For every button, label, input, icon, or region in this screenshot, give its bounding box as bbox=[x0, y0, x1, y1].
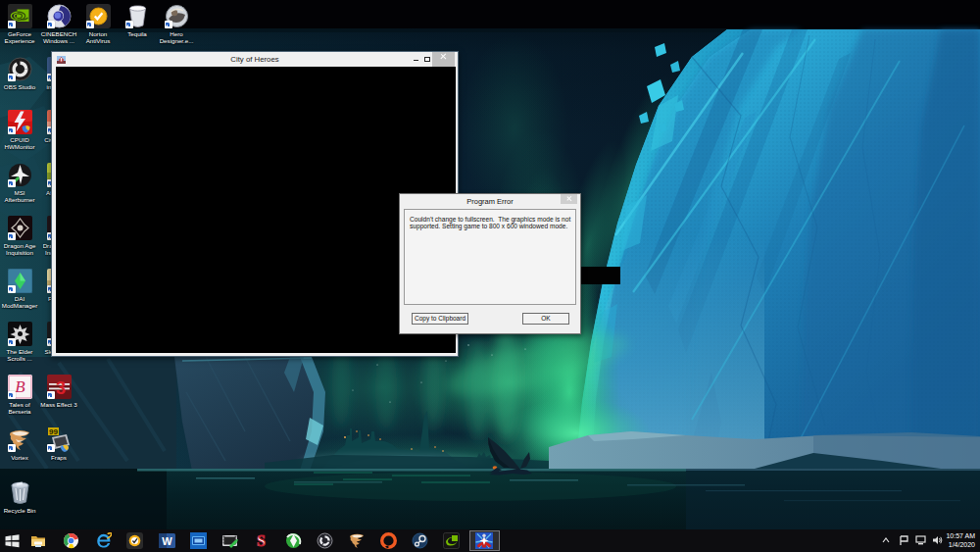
svg-text:W: W bbox=[162, 535, 172, 547]
svg-text:99: 99 bbox=[49, 427, 58, 436]
svg-text:3: 3 bbox=[55, 378, 65, 398]
svg-text:B: B bbox=[15, 377, 25, 396]
svg-text:S: S bbox=[257, 532, 266, 549]
